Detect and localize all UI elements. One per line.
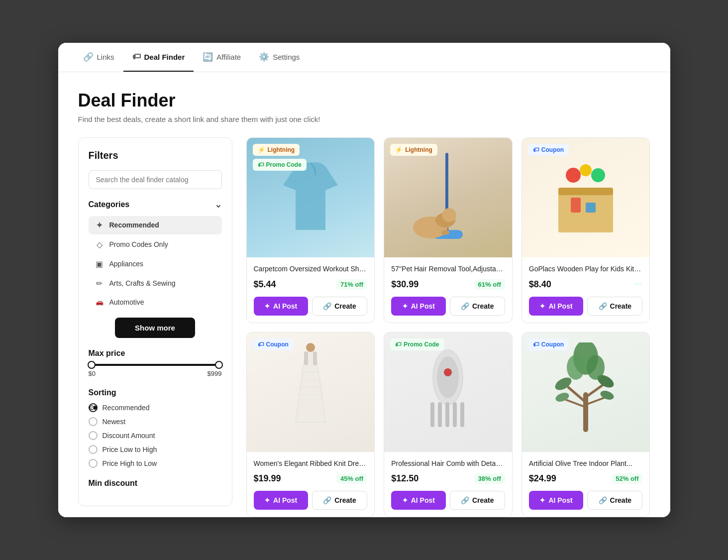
product-info-5: Professional Hair Comb with Detachable..… xyxy=(384,452,512,517)
create-icon-4: 🔗 xyxy=(323,496,331,504)
category-label-arts-crafts: Arts, Crafts & Sewing xyxy=(109,279,176,287)
sort-newest-label: Newest xyxy=(103,418,126,426)
affiliate-icon: 🔄 xyxy=(203,52,213,62)
create-button-5[interactable]: 🔗 Create xyxy=(450,491,505,510)
max-price-section: Max price $0 $999 xyxy=(89,349,222,377)
ai-post-button-2[interactable]: ✦ AI Post xyxy=(391,297,445,316)
create-icon-2: 🔗 xyxy=(461,302,469,310)
radio-newest[interactable] xyxy=(89,417,98,426)
svg-rect-13 xyxy=(586,203,596,213)
sort-recommended-label: Recommended xyxy=(103,404,150,412)
price-range-track[interactable] xyxy=(89,364,222,366)
price-row-5: $12.50 38% off xyxy=(391,473,505,484)
products-area: ⚡ Lightning 🏷 Promo Code xyxy=(246,137,650,517)
category-label-appliances: Appliances xyxy=(109,260,144,268)
sort-newest[interactable]: Newest xyxy=(89,417,222,426)
ai-post-icon-6: ✦ xyxy=(539,496,545,504)
product-price-5: $12.50 xyxy=(391,473,418,484)
promo-icon-5: 🏷 xyxy=(395,341,401,348)
category-item-arts-crafts[interactable]: ✏ Arts, Crafts & Sewing xyxy=(89,274,222,293)
ai-post-button-6[interactable]: ✦ AI Post xyxy=(529,491,583,510)
category-item-appliances[interactable]: ▣ Appliances xyxy=(89,255,222,273)
page-subtitle: Find the best deals, create a short link… xyxy=(78,115,650,123)
product-price-4: $19.99 xyxy=(254,473,281,484)
create-icon-6: 🔗 xyxy=(599,496,607,504)
price-row-4: $19.99 45% off xyxy=(254,473,368,484)
product-name-4: Women's Elegant Ribbed Knit Dress... xyxy=(254,459,368,469)
plant-svg xyxy=(548,342,623,442)
product-image-4: 🏷 Coupon xyxy=(247,333,375,452)
links-icon: 🔗 xyxy=(83,52,94,62)
ai-post-icon-3: ✦ xyxy=(539,302,545,310)
min-discount-section: Min discount xyxy=(89,479,222,488)
tab-links[interactable]: 🔗 Links xyxy=(74,43,123,72)
product-info-2: 57''Pet Hair Removal Tool,Adjustable Lon… xyxy=(384,257,512,323)
svg-rect-25 xyxy=(445,402,449,427)
category-item-recommended[interactable]: ✦ Recommended xyxy=(89,216,222,234)
ai-post-button-1[interactable]: ✦ AI Post xyxy=(254,297,308,316)
deal-finder-icon: 🏷 xyxy=(132,52,141,62)
create-button-2[interactable]: 🔗 Create xyxy=(450,297,505,316)
svg-point-39 xyxy=(567,355,585,380)
product-price-6: $24.99 xyxy=(529,473,556,484)
product-image-1: ⚡ Lightning 🏷 Promo Code xyxy=(247,138,375,257)
create-button-3[interactable]: 🔗 Create xyxy=(587,297,642,316)
category-label-promo-codes: Promo Codes Only xyxy=(109,240,168,248)
categories-header[interactable]: Categories ⌄ xyxy=(89,199,222,210)
ai-post-button-4[interactable]: ✦ AI Post xyxy=(254,491,308,510)
product-card-2: ⚡ Lightning xyxy=(384,137,513,323)
layout: Filters Categories ⌄ ✦ Recommended ◇ Pro… xyxy=(78,137,650,517)
app-window: 🔗 Links 🏷 Deal Finder 🔄 Affiliate ⚙️ Set… xyxy=(58,43,670,517)
ai-post-icon-2: ✦ xyxy=(402,302,408,310)
product-card-3: 🏷 Coupon xyxy=(521,137,650,323)
create-button-6[interactable]: 🔗 Create xyxy=(587,491,642,510)
coupon-icon-6: 🏷 xyxy=(533,341,539,348)
radio-price-high-low[interactable] xyxy=(89,459,98,468)
sorting-label: Sorting xyxy=(89,388,222,397)
product-price-2: $30.99 xyxy=(391,279,418,290)
filters-title: Filters xyxy=(89,150,222,161)
ai-post-button-5[interactable]: ✦ AI Post xyxy=(391,491,445,510)
badge-lightning-1: ⚡ Lightning xyxy=(253,144,300,156)
tab-affiliate[interactable]: 🔄 Affiliate xyxy=(194,43,250,72)
product-image-2: ⚡ Lightning xyxy=(384,138,512,257)
radio-recommended[interactable] xyxy=(89,403,98,412)
sort-price-high-low-label: Price High to Low xyxy=(103,459,157,467)
sort-price-low-high[interactable]: Price Low to High xyxy=(89,445,222,454)
promo-icon-1: 🏷 xyxy=(258,161,264,168)
ai-post-button-3[interactable]: ✦ AI Post xyxy=(529,297,583,316)
svg-point-10 xyxy=(580,164,592,176)
sort-price-high-low[interactable]: Price High to Low xyxy=(89,459,222,468)
min-discount-label: Min discount xyxy=(89,479,222,488)
search-input[interactable] xyxy=(89,170,222,189)
product-info-6: Artificial Olive Tree Indoor Plant... $2… xyxy=(522,452,650,517)
radio-discount-amount[interactable] xyxy=(89,431,98,440)
product-name-1: Carpetcom Oversized Workout Shirts for W… xyxy=(254,264,368,274)
tab-settings[interactable]: ⚙️ Settings xyxy=(250,43,309,72)
product-name-2: 57''Pet Hair Removal Tool,Adjustable Lon… xyxy=(391,264,505,274)
sorting-section: Sorting Recommended Newest xyxy=(89,388,222,468)
lightning-icon-2: ⚡ xyxy=(395,146,403,153)
max-price-label: Max price xyxy=(89,349,222,358)
svg-point-11 xyxy=(591,168,605,182)
radio-price-low-high[interactable] xyxy=(89,445,98,454)
product-name-6: Artificial Olive Tree Indoor Plant... xyxy=(529,459,643,469)
category-item-promo-codes[interactable]: ◇ Promo Codes Only xyxy=(89,235,222,254)
create-button-1[interactable]: 🔗 Create xyxy=(312,297,367,316)
product-image-5: 🏷 Promo Code xyxy=(384,333,512,452)
lightning-icon-1: ⚡ xyxy=(258,146,265,153)
automotive-icon: 🚗 xyxy=(95,298,104,306)
svg-line-31 xyxy=(586,385,603,397)
discount-badge-1: 71% off xyxy=(336,279,367,290)
ai-post-icon-5: ✦ xyxy=(402,496,408,504)
create-button-4[interactable]: 🔗 Create xyxy=(312,491,367,510)
svg-rect-15 xyxy=(313,351,317,365)
product-info-3: GoPlacs Wooden Play for Kids Kitchen Cut… xyxy=(522,257,650,323)
sort-discount-amount[interactable]: Discount Amount xyxy=(89,431,222,440)
price-range-thumb-left[interactable] xyxy=(88,361,96,369)
sort-recommended[interactable]: Recommended xyxy=(89,403,222,412)
tab-deal-finder[interactable]: 🏷 Deal Finder xyxy=(123,43,194,72)
category-item-automotive[interactable]: 🚗 Automotive xyxy=(89,294,222,311)
show-more-button[interactable]: Show more xyxy=(115,318,195,338)
price-range-thumb-right[interactable] xyxy=(215,361,223,369)
